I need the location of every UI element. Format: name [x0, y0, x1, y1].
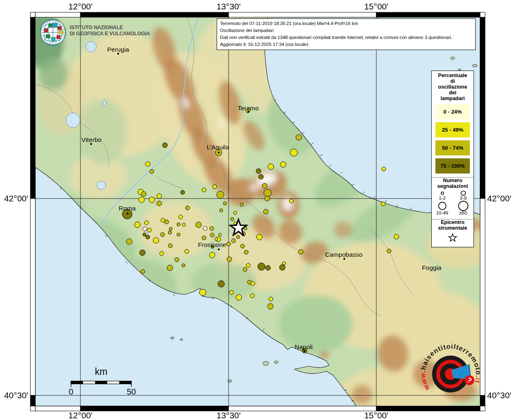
legend-class-25-49: 25 - 49%: [435, 122, 470, 137]
report-circle: [210, 226, 214, 231]
city-label: Campobasso: [325, 251, 362, 258]
report-circle: [179, 215, 183, 219]
lon-label: 15°00': [364, 2, 388, 11]
report-circle: [140, 250, 145, 256]
report-circle: [256, 169, 261, 173]
report-circle: [387, 249, 391, 253]
event-disclaimer: Dati non verificati estratti da 1348 que…: [220, 34, 472, 41]
event-title: Terremoto del 07-11-2019 18:35:21 (ora l…: [220, 20, 472, 27]
lon-label: 13°30': [216, 411, 240, 420]
scalebar-end: 50: [127, 387, 136, 396]
scalebar-segment: [119, 381, 131, 384]
ingv-line2: DI GEOFISICA E VULCANOLOGIA: [70, 31, 150, 37]
report-circle: [289, 199, 293, 203]
report-circle: [165, 220, 169, 224]
report-circle: [203, 226, 207, 231]
lon-label: 12°00': [68, 411, 92, 420]
city-label: L'Aquila: [207, 144, 229, 151]
report-circle: [266, 265, 270, 270]
report-circle: [227, 257, 232, 262]
report-circle: [259, 174, 263, 179]
report-circle: [185, 249, 189, 253]
report-circle: [246, 263, 250, 267]
report-circle: [181, 190, 185, 194]
report-circle: [135, 222, 140, 228]
haisentito-logo: ? www.haisentitoilterremoto.it: [415, 339, 486, 409]
event-updated: Aggiornato il: 16-12-2025 17:34 (ora loc…: [220, 41, 472, 48]
report-circle: [146, 235, 150, 239]
report-circle: [209, 252, 215, 258]
haisentitoilterremoto-map-page: { "title_box": { "lines": [ "Terremoto d…: [0, 0, 515, 420]
report-circle: [381, 202, 385, 206]
report-circle: [394, 234, 399, 239]
report-circle: [199, 289, 206, 296]
report-circle: [233, 211, 237, 215]
report-circle: [213, 185, 217, 189]
report-circle: [196, 222, 201, 228]
report-circle: [240, 203, 243, 206]
report-circle: [219, 233, 222, 236]
signals-size-key: 1-2 3-9 10-49 ≥50: [432, 190, 474, 215]
lon-label: 13°30': [216, 2, 240, 11]
ingv-logo: ISTITUTO NAZIONALE DI GEOFISICA E VULCAN…: [39, 18, 211, 47]
report-circle: [149, 197, 155, 203]
report-circle: [268, 304, 273, 309]
neatline-corner: [30, 406, 35, 411]
neatline-corner: [30, 12, 35, 17]
report-circle: [264, 189, 271, 196]
neatline-left: [30, 395, 35, 406]
report-circle: [231, 217, 234, 221]
report-circle: [153, 237, 159, 243]
epicenter-title: Epicentro: [432, 219, 474, 225]
legend: Percentuale di oscillazione dei lampadar…: [431, 71, 474, 247]
report-circle: [177, 223, 180, 226]
report-circle: [240, 244, 245, 248]
report-circle: [168, 244, 172, 248]
report-circle: [220, 209, 223, 212]
report-circle: [262, 183, 267, 188]
neatline-top: [229, 12, 376, 17]
report-circle: [145, 162, 150, 167]
scalebar-segment: [71, 381, 83, 384]
neatline-top: [35, 12, 80, 17]
neatline-top: [80, 12, 229, 17]
report-circle: [157, 201, 162, 206]
report-circle: [250, 294, 254, 298]
report-circle: [382, 167, 386, 171]
report-circle: [251, 281, 255, 285]
lat-label: 42°00': [4, 194, 28, 203]
report-circle: [227, 242, 231, 246]
report-circle: [143, 233, 146, 236]
signals-10-49: 10-49: [432, 201, 453, 215]
city-marker: [90, 143, 92, 145]
event-info-box: Terremoto del 07-11-2019 18:35:21 (ora l…: [217, 18, 476, 50]
signals-3-9: 3-9: [453, 190, 474, 201]
report-circle: [296, 135, 302, 140]
lat-label: 42°00': [487, 194, 511, 203]
report-circle: [229, 290, 233, 294]
signals-title: Numero: [432, 178, 474, 183]
report-circle: [169, 227, 172, 231]
report-circle: [143, 227, 147, 231]
city-marker: [117, 53, 119, 55]
lon-label: 15°00': [364, 411, 388, 420]
scalebar-unit: km: [95, 366, 108, 377]
report-circle: [258, 263, 265, 270]
report-circle: [167, 265, 173, 271]
report-circle: [236, 294, 242, 300]
report-circle: [160, 233, 165, 237]
ingv-line1: ISTITUTO NAZIONALE: [70, 25, 150, 31]
report-circle: [175, 258, 179, 262]
lat-label: 40°30': [4, 390, 28, 400]
neatline-left: [30, 199, 35, 395]
report-circle: [280, 162, 286, 167]
report-circle: [182, 264, 185, 267]
neatline-left: [30, 17, 35, 199]
report-circle: [160, 251, 164, 256]
neatline-right: [480, 17, 485, 199]
city-marker: [304, 350, 305, 352]
report-circle: [139, 197, 144, 203]
report-circle: [282, 262, 286, 265]
report-circle: [168, 231, 172, 234]
report-circle: [126, 239, 132, 244]
